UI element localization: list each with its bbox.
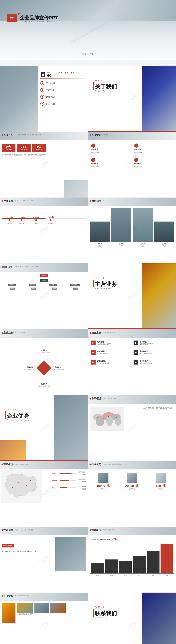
stat-unit-3: 年营业额 bbox=[36, 149, 42, 151]
patent-label-2: 设计专利 bbox=[118, 488, 145, 490]
toc-dot-4 bbox=[40, 102, 44, 106]
culture-item-1: 企业愿景 相关文字描述 bbox=[90, 142, 131, 155]
slide-17-chart: 市场概况 MARKET SITUATION 年营业总量趋势 | 增长年率 25%… bbox=[88, 527, 176, 592]
stat-num-3: 3亿 bbox=[37, 145, 41, 149]
member-role-4: 专员 bbox=[163, 245, 166, 247]
case-item-2: ▶ 案例标题二 相关案例描述内容文字 bbox=[133, 340, 174, 346]
slide-14-market-china: 市场概况 MARKET SITUATION 5M+ 相关市场数据描述 10000… bbox=[0, 461, 88, 527]
team-member-2: 李某某 经理 bbox=[111, 208, 131, 247]
org-top-node: 董事长 bbox=[40, 274, 48, 277]
tl-desc-3: 上市融资 bbox=[30, 223, 42, 224]
section-subtitle: DEVELOPMENT COURSE bbox=[15, 200, 33, 202]
svg-point-14 bbox=[30, 480, 31, 481]
timeline-point-4: 2016年 全国布局 bbox=[45, 216, 57, 224]
patent-label-3: 制造认证 bbox=[147, 488, 174, 490]
section-subtitle: ORGANIZATIONAL STRUCTURE bbox=[15, 266, 38, 268]
toc-left-image bbox=[0, 66, 38, 132]
biz-item-bottom: 无缝对门 相关业务描述文字内容 bbox=[37, 383, 51, 387]
slide-15-tech: 技术优势 TECHNICAL ADVANTAGE 10000+张 发明专利 20… bbox=[88, 461, 176, 527]
stat-value-1: 相关市场数据描述 bbox=[78, 471, 86, 476]
bar-2019: 2019 bbox=[105, 560, 118, 573]
biz-item-right: 品质服务 相关业务描述文字内容 bbox=[51, 366, 65, 370]
slide-4-enterprise-intro: 企业介绍 ENTERPRISE INTRODUCE 20年 公司历程 28% 年… bbox=[0, 132, 88, 198]
culture-grid: 企业愿景 相关文字描述 企业目标 相关文字描述 企业精神 相关文字描述 企业价值… bbox=[90, 142, 174, 169]
culture-desc-3: 相关文字描述 bbox=[91, 166, 130, 168]
market-stats-right: 5M+ 相关市场数据描述 10000+ 相关市场数据描述 1亿+ 相关市场数据描… bbox=[52, 471, 86, 493]
svg-point-4 bbox=[106, 416, 113, 426]
svg-point-9 bbox=[116, 417, 117, 418]
header-gradient-bar bbox=[0, 329, 88, 338]
section-subtitle: ENTERPRISE HONOR bbox=[13, 595, 29, 597]
culture-icon-4 bbox=[134, 158, 138, 162]
part-label: PART 01 bbox=[95, 80, 104, 82]
slide-8-org: 组织架构 ORGANIZATIONAL STRUCTURE 董事长 总经理 管理… bbox=[0, 263, 88, 329]
stat-bar-wrap-2 bbox=[60, 480, 76, 481]
toc-item-1: 关于我们 bbox=[40, 81, 55, 85]
section-title: 技术优势 bbox=[92, 463, 101, 466]
tl-desc-4: 全国布局 bbox=[45, 223, 57, 224]
org-dept-1: 管理中心 bbox=[8, 284, 16, 286]
section-subtitle: MARKET SITUATION bbox=[13, 463, 28, 465]
description-text: 公司简介相关内容，包括成立时间、规模、主营业务等相关介绍文字内容。 bbox=[2, 154, 86, 156]
case-item-1: ▶ 案例标题一 相关案例描述内容文字 bbox=[90, 340, 131, 346]
bottom-decorative-bar bbox=[0, 59, 176, 66]
case-icon-2: ▶ bbox=[134, 340, 138, 345]
case-text-4: 案例标题四 相关案例描述内容文字 bbox=[140, 350, 153, 354]
business-diamond-layout: 核销核查 相关业务描述文字内容 品质服务 相关业务描述文字内容 无缝对门 相关业… bbox=[2, 343, 86, 393]
member-photo-1 bbox=[90, 222, 110, 242]
logo-subtext: Insert your text here bbox=[7, 18, 17, 20]
tech-building-image bbox=[55, 537, 86, 571]
stat-num-2: 28% bbox=[21, 146, 27, 148]
header-gradient-bar bbox=[0, 263, 88, 272]
watermark-9: 正图网 bbox=[126, 291, 138, 302]
toc-dot-1 bbox=[40, 81, 44, 85]
bar-chart: 2018 2019 2020 2021 2022 2023 bbox=[90, 543, 174, 574]
case-item-4: ▶ 案例标题四 相关案例描述内容文字 bbox=[133, 349, 174, 356]
org-mid-node: 总经理 bbox=[40, 279, 48, 282]
header-gradient-bar bbox=[88, 132, 176, 140]
stat-row-3: 1亿+ 相关市场数据描述 bbox=[52, 486, 86, 490]
red-vertical-accent bbox=[5, 411, 6, 419]
section-title: 企业荣誉 bbox=[4, 594, 13, 598]
tl-desc-1: 公司成立 bbox=[4, 223, 16, 224]
org-sub-1: 品控 bbox=[10, 288, 15, 290]
section-main-title: 关于我们 bbox=[95, 83, 117, 90]
header-gradient-bar bbox=[0, 527, 88, 535]
tl-year-2: 2003年 bbox=[18, 216, 24, 218]
section-subtitle: TECHNICAL ADVANTAGE bbox=[103, 463, 121, 465]
org-dept-4: 人力资源中心 bbox=[70, 284, 80, 286]
slide-3-about-cover: PART 01 关于我们 About Us 正图网 bbox=[88, 66, 176, 132]
section-subtitle: ENTERPRISE INTRODUCE bbox=[18, 134, 41, 136]
section-subtitle: MARKET SITUATION bbox=[101, 529, 116, 531]
culture-icon-2 bbox=[134, 144, 138, 148]
slide-13-market: 市场概况 MARKET SITUATION 全球市场布局说明，相关市场覆盖描述文… bbox=[88, 395, 176, 461]
trophy-image bbox=[2, 603, 16, 624]
culture-item-4: 企业价值 相关文字描述 bbox=[133, 156, 174, 169]
member-name-3: 王某某 bbox=[140, 243, 145, 245]
header-gradient-bar bbox=[88, 527, 176, 535]
member-role-3: 主任 bbox=[141, 245, 144, 247]
tl-dot-2 bbox=[21, 219, 22, 221]
slide-19-contact-cover: PART 04 联系我们 Contact Us 正图网 bbox=[88, 592, 176, 644]
org-dept-3: 运营中心 bbox=[49, 284, 57, 286]
stat-bar-wrap-3 bbox=[60, 487, 76, 488]
culture-item-2: 企业目标 相关文字描述 bbox=[133, 142, 174, 155]
section-title: 发展历程 bbox=[4, 200, 13, 203]
tech-patents-row: 10000+张 发明专利 20000+张 设计专利 100+张 制造认证 bbox=[90, 473, 174, 490]
org-sub-2: 技术 bbox=[31, 288, 36, 290]
case-icon-4: ▶ bbox=[134, 350, 138, 355]
tl-desc-2: 业务扩展 bbox=[16, 223, 28, 224]
watermark-3: 正图网 bbox=[126, 94, 138, 104]
team-member-1: 张某某 总监 bbox=[90, 222, 110, 247]
team-member-4: 赵某某 专员 bbox=[154, 222, 174, 247]
member-name-1: 张某某 bbox=[98, 243, 102, 245]
toc-item-4: 联系我们 bbox=[40, 102, 55, 106]
red-vertical-accent bbox=[93, 82, 94, 90]
toc-dot-3 bbox=[40, 95, 44, 99]
svg-point-13 bbox=[12, 487, 13, 488]
section-title: 组织架构 bbox=[4, 266, 13, 268]
stat-bar-1 bbox=[60, 473, 71, 474]
cover-title: 企业品牌宣传PPT bbox=[20, 14, 58, 21]
honor-content: 企业所获荣誉相关介绍文字 bbox=[2, 603, 86, 624]
cases-list: ▶ 案例标题一 相关案例描述内容文字 ▶ 案例标题二 相关案例描述内容文字 ▶ bbox=[90, 340, 174, 367]
